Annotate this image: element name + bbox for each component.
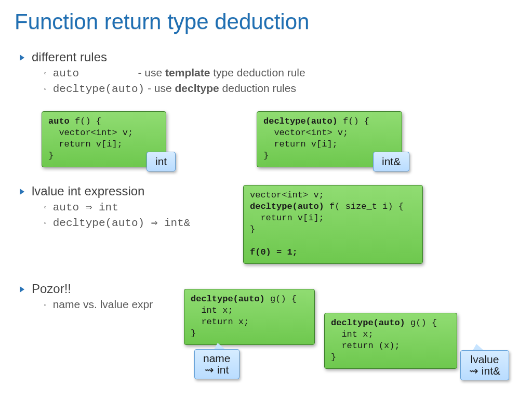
bullet-marker-icon: [20, 286, 24, 292]
code-decltype-auto-f-size-t: vector<int> v; decltype(auto) f( size_t …: [243, 185, 423, 264]
b3s1-text: name vs. lvalue expr: [53, 298, 153, 311]
code-decltype-auto-g-name: decltype(auto) g() { int x; return x; }: [184, 289, 315, 345]
badge-name-line2: ⇝ int: [203, 364, 231, 376]
sub-bullet-marker-icon: ◦: [44, 66, 47, 80]
badge-lvalue-intref: lvalue ⇝ int&: [460, 350, 509, 380]
bullet-1-sub-2: ◦ decltype(auto) - use decltype deductio…: [44, 82, 513, 96]
slide-title: Function return type deduction: [0, 0, 532, 37]
bullet-1-sub-1: ◦ auto - use template type deduction rul…: [44, 66, 513, 80]
b1s2-t1: - use: [148, 82, 175, 94]
b2s2-text: decltype(auto) ⇒ int&: [53, 216, 191, 229]
b1s1-t1: - use: [138, 66, 166, 78]
sub-bullet-marker-icon: ◦: [44, 201, 47, 214]
b1s2-t2: decltype: [175, 82, 219, 94]
badge-lvalue-line1: lvalue: [469, 354, 500, 365]
b1s1-t2: template: [165, 66, 210, 78]
badge-lvalue-line2: ⇝ int&: [469, 365, 500, 377]
bullet-marker-icon: [20, 55, 24, 61]
bullet-1-text: different rules: [32, 50, 107, 64]
bullet-2-text: lvalue int expression: [32, 184, 144, 198]
slide-body: different rules ◦ auto - use template ty…: [20, 48, 513, 312]
code-decltype-auto-g-lvalue: decltype(auto) g() { int x; return (x); …: [324, 313, 457, 369]
b1s2-code: decltype(auto): [53, 83, 144, 95]
bullet-1: different rules: [20, 50, 513, 64]
sub-bullet-marker-icon: ◦: [44, 298, 47, 312]
b1s1-t3: type deduction rule: [210, 66, 305, 78]
b1s1-code: auto: [53, 68, 135, 79]
b1s2-t3: deduction rules: [219, 82, 296, 94]
badge-name-line1: name: [203, 353, 231, 364]
badge-int: int: [147, 152, 176, 171]
bullet-3-text: Pozor!!: [32, 282, 71, 296]
sub-bullet-marker-icon: ◦: [44, 82, 47, 96]
bullet-marker-icon: [20, 189, 24, 195]
sub-bullet-marker-icon: ◦: [44, 216, 47, 230]
badge-int-ref: int&: [373, 152, 409, 171]
b2s1-text: auto ⇒ int: [53, 201, 118, 214]
badge-name-int: name ⇝ int: [194, 349, 240, 379]
